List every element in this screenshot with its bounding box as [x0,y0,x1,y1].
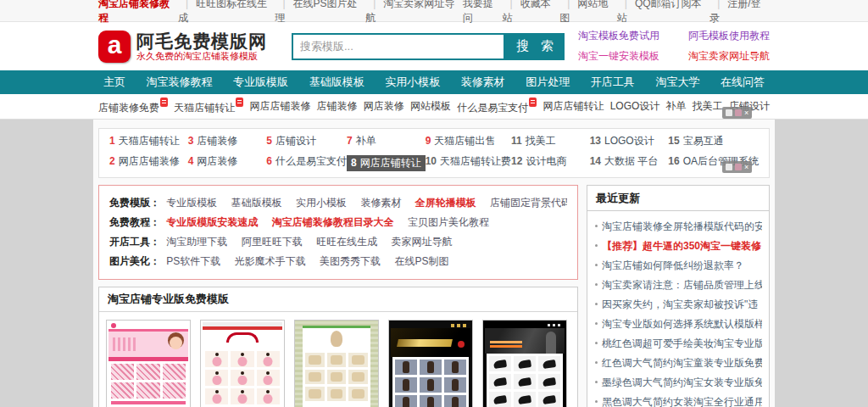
nav-home[interactable]: 主页 [98,70,131,94]
subnav-budan[interactable]: 补单 [666,99,687,114]
recent-link[interactable]: 淘宝店铺装修全屏轮播模版代码的安 [602,220,762,232]
qb-link[interactable]: 店铺固定背景代码 [490,197,567,209]
rank-item-9[interactable]: 9天猫店铺出售 [426,135,511,148]
nav-small-templates[interactable]: 实用小模板 [380,70,445,94]
qb-link[interactable]: 光影魔术手下载 [235,255,306,267]
nav-decoration-tutorial[interactable]: 淘宝装修教程 [142,70,218,94]
recent-link[interactable]: 淘宝店铺如何降低纠纷退款率？ [602,259,744,271]
qb-link[interactable]: 淘宝助理下载 [166,236,227,248]
nav-pro-templates[interactable]: 专业版模版 [228,70,293,94]
nav-basic-templates[interactable]: 基础版模板 [304,70,370,94]
subnav-site-templates[interactable]: 网站模板 [410,99,451,114]
topbar-link-online-ps[interactable]: 在线PS图片处理 [275,0,365,25]
qb-link[interactable]: PS软件下载 [166,255,220,267]
rank-item-8-highlighted[interactable]: 8网店店铺转让 [347,155,426,171]
product-cell [348,370,368,384]
rank-item-4[interactable]: 4网店装修 [188,155,267,171]
recent-link[interactable]: 黑色调大气简约女装淘宝全行业通用 [602,396,762,407]
quick-link-usage-tutorial[interactable]: 阿毛模板使用教程 [688,29,770,43]
topbar-link-wangwang-icon[interactable]: 旺旺图标在线生成 [178,0,275,25]
template-thumbnail-black-gold-promo[interactable] [388,320,473,407]
nav-image-processing[interactable]: 图片处理 [520,70,575,94]
rank-item-6[interactable]: 6什么是易宝支付 [266,155,347,171]
product-cell [420,377,442,393]
rank-item-2[interactable]: 2网店店铺装修 [109,155,188,171]
qb-link[interactable]: 阿里旺旺下载 [242,236,303,248]
qb-link[interactable]: 装修素材 [360,197,401,209]
recent-link[interactable]: 红色调大气简约淘宝童装专业版免费 [602,357,762,369]
subnav-logo-design[interactable]: LOGO设计 [610,99,660,114]
recent-link[interactable]: 淘宝专业版如何选择系统默认模版样 [602,318,762,330]
rank-item-12[interactable]: 12设计电商 [511,155,590,171]
template-thumbnail-pink-dress[interactable] [200,320,285,407]
qb-link[interactable]: 在线PS制图 [394,255,448,267]
qb-link-tutorial-index[interactable]: 淘宝店铺装修教程目录大全 [272,216,394,228]
quick-link-seller-nav[interactable]: 淘宝卖家网址导航 [688,49,770,64]
rank-item-13[interactable]: 13LOGO设计 [590,135,669,148]
recent-updates-title: 最近更新 [587,186,769,211]
recent-link-featured[interactable]: 【推荐】超牛逼的350淘宝一键装修 [602,240,761,252]
site-logo[interactable]: a 阿毛免费模版网 永久免费的淘宝店铺装修模版 [98,31,292,63]
subnav-store-transfer[interactable]: 网店店铺转让 [542,99,604,114]
recent-link[interactable]: 因买家失约，淘宝卖家却被投诉"违 [602,298,758,310]
quickbox-row-free-tutorials: 免费教程： 专业版模版安装速成 淘宝店铺装修教程目录大全 宝贝图片美化教程 [109,213,567,232]
nav-taobao-university[interactable]: 淘宝大学 [650,70,704,94]
share-icon[interactable] [735,109,742,116]
topbar-link-seller-nav[interactable]: 淘宝卖家网址导航 [365,0,463,25]
template-thumbnail-green-beige[interactable] [294,320,379,407]
rank-item-5[interactable]: 5店铺设计 [266,135,347,148]
product-cell [395,395,417,407]
qb-link[interactable]: 美图秀秀下载 [320,255,381,267]
recent-item-featured: 【推荐】超牛逼的350淘宝一键装修 [594,237,762,256]
subnav-shop-decoration[interactable]: 店铺装修 [317,99,358,114]
product-cell [305,387,325,401]
topbar-link-sitemap[interactable]: 网站地图 [559,0,617,25]
topbar-link-qq-subscribe[interactable]: QQ邮箱订阅本站 [617,0,709,25]
rank-item-1[interactable]: 1天猫店铺转让 [109,135,188,148]
subnav-free-decoration[interactable]: 店铺装修免费 [98,98,168,115]
qb-link[interactable]: 卖家网址导航 [391,236,452,248]
subnav-shop-decoration-2[interactable]: 网店店铺装修 [249,99,310,114]
qb-link[interactable]: 专业版模板 [166,197,217,209]
rank-item-10[interactable]: 10天猫店铺转让费 [426,155,511,171]
thumb-product-grid [487,354,563,407]
search-input[interactable] [292,33,505,60]
nav-online-qa[interactable]: 在线问答 [715,70,770,94]
topbar-link-decoration-tutorial[interactable]: 淘宝店铺装修教程 [98,0,178,25]
search-button[interactable]: 搜 索 [505,33,565,60]
subnav-yeepay[interactable]: 什么是易宝支付 [457,98,537,115]
quick-link-one-click-install[interactable]: 淘宝一键安装模板 [578,49,659,64]
subnav-find-designer[interactable]: 找美工 [693,99,723,114]
share-icon[interactable] [726,164,732,170]
product-cell [420,395,442,407]
qb-link-carousel[interactable]: 全屏轮播模板 [415,197,476,209]
qb-link[interactable]: 旺旺在线生成 [316,236,377,248]
nav-decoration-material[interactable]: 装修素材 [456,70,510,94]
close-icon[interactable]: × [744,164,748,171]
site-subtitle: 永久免费的淘宝店铺装修模版 [136,51,267,62]
rank-item-7[interactable]: 7补单 [347,135,426,148]
subnav-tmall-transfer[interactable]: 天猫店铺转让 [174,98,243,115]
topbar-link-register-login[interactable]: 注册/登录 [709,0,770,25]
rank-item-14[interactable]: 14大数据 平台 [590,155,669,171]
qb-link[interactable]: 实用小模板 [296,197,347,209]
share-icon[interactable] [735,164,742,170]
topbar-link-ask[interactable]: 我要提问 [463,0,503,25]
recent-link[interactable]: 墨绿色调大气简约淘宝女装专业版免 [602,376,762,388]
qb-link[interactable]: 基础版模板 [231,197,282,209]
topbar-link-favorite[interactable]: 收藏本站 [503,0,560,25]
quick-link-free-trial[interactable]: 淘宝模板免费试用 [578,29,659,43]
recent-link[interactable]: 桃红色调超可爱手绘美妆淘宝专业版 [602,337,762,349]
share-icon[interactable] [726,109,732,116]
rank-item-11[interactable]: 11找美工 [511,135,590,148]
template-thumbnail-black-mens-shoes[interactable] [482,320,567,407]
rank-item-15[interactable]: 15宝易互通 [668,135,759,148]
subnav-store-decoration[interactable]: 网店装修 [364,99,404,114]
close-icon[interactable]: × [744,109,748,117]
template-thumbnail-pink-cosmetics[interactable] [106,320,191,407]
nav-shop-tools[interactable]: 开店工具 [586,70,640,94]
qb-link-install-guide[interactable]: 专业版模版安装速成 [166,216,258,228]
rank-item-3[interactable]: 3店铺装修 [188,135,267,148]
qb-link[interactable]: 宝贝图片美化教程 [408,216,489,228]
recent-link[interactable]: 淘宝卖家请注意：店铺品质管理上线 [602,279,762,291]
